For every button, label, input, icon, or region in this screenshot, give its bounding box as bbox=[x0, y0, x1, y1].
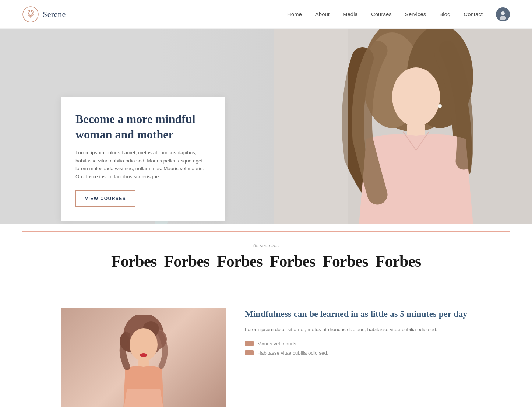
nav-link-contact[interactable]: Contact bbox=[464, 11, 483, 17]
nav-item-courses[interactable]: Courses bbox=[371, 11, 392, 18]
as-seen-section: As seen in... Forbes Forbes Forbes Forbe… bbox=[22, 231, 510, 278]
nav-right: Home About Media Courses Services Blog C… bbox=[287, 7, 510, 21]
as-seen-label: As seen in... bbox=[22, 243, 510, 248]
logo-icon bbox=[22, 6, 39, 23]
forbes-item-2: Forbes bbox=[164, 252, 209, 271]
avatar-icon bbox=[498, 9, 508, 20]
bullet-item-2: Habitasse vitae cubilia odio sed. bbox=[245, 350, 471, 356]
forbes-row: Forbes Forbes Forbes Forbes Forbes Forbe… bbox=[22, 252, 510, 271]
forbes-item-4: Forbes bbox=[270, 252, 316, 271]
svg-point-7 bbox=[500, 16, 506, 20]
nav-item-media[interactable]: Media bbox=[343, 11, 358, 18]
nav-link-about[interactable]: About bbox=[315, 11, 330, 17]
nav-item-blog[interactable]: Blog bbox=[439, 11, 450, 18]
hero-section: Become a more mindful woman and mother L… bbox=[0, 29, 532, 224]
nav-item-contact[interactable]: Contact bbox=[464, 11, 483, 18]
as-seen-wrapper: As seen in... Forbes Forbes Forbes Forbe… bbox=[0, 224, 532, 286]
mindfulness-text: Mindfulness can be learned in as little … bbox=[226, 308, 471, 359]
mindfulness-image bbox=[61, 308, 226, 407]
svg-point-0 bbox=[23, 7, 38, 22]
svg-point-6 bbox=[501, 11, 505, 15]
nav-item-home[interactable]: Home bbox=[287, 11, 302, 18]
forbes-item-3: Forbes bbox=[217, 252, 263, 271]
bullet-text-1: Mauris vel mauris. bbox=[257, 341, 298, 347]
nav-link-media[interactable]: Media bbox=[343, 11, 358, 17]
mindfulness-body: Lorem ipsum dolor sit amet, metus at rho… bbox=[245, 326, 471, 334]
svg-point-25 bbox=[140, 353, 147, 357]
mindfulness-heading: Mindfulness can be learned in as little … bbox=[245, 308, 471, 320]
navigation: Serene Home About Media Courses Services… bbox=[0, 0, 532, 29]
view-courses-button[interactable]: VIEW COURSES bbox=[75, 190, 135, 207]
nav-link-home[interactable]: Home bbox=[287, 11, 302, 17]
hero-body: Lorem ipsum dolor sit amet, metus at rho… bbox=[75, 149, 210, 180]
mindfulness-section: Mindfulness can be learned in as little … bbox=[0, 286, 532, 407]
nav-link-courses[interactable]: Courses bbox=[371, 11, 392, 17]
hero-woman-image bbox=[274, 29, 532, 224]
bullet-icon-2 bbox=[245, 350, 254, 355]
bullet-icon-1 bbox=[245, 341, 254, 346]
logo-area[interactable]: Serene bbox=[22, 6, 66, 23]
woman-bottom-icon bbox=[107, 315, 180, 407]
hero-card: Become a more mindful woman and mother L… bbox=[61, 97, 225, 221]
bullet-text-2: Habitasse vitae cubilia odio sed. bbox=[257, 350, 328, 356]
nav-item-services[interactable]: Services bbox=[405, 11, 426, 18]
nav-link-blog[interactable]: Blog bbox=[439, 11, 450, 17]
svg-point-3 bbox=[27, 10, 34, 17]
svg-point-14 bbox=[438, 104, 442, 108]
forbes-item-5: Forbes bbox=[323, 252, 368, 271]
svg-point-12 bbox=[392, 67, 440, 126]
forbes-item-6: Forbes bbox=[376, 252, 421, 271]
bullet-item-1: Mauris vel mauris. bbox=[245, 341, 471, 347]
forbes-item-1: Forbes bbox=[111, 252, 157, 271]
mindfulness-image-inner bbox=[61, 308, 226, 407]
nav-links: Home About Media Courses Services Blog C… bbox=[287, 11, 483, 18]
hero-title: Become a more mindful woman and mother bbox=[75, 112, 210, 142]
user-avatar[interactable] bbox=[496, 7, 510, 21]
svg-point-2 bbox=[27, 10, 34, 17]
svg-rect-15 bbox=[274, 29, 348, 224]
nav-item-about[interactable]: About bbox=[315, 11, 330, 18]
logo-text: Serene bbox=[43, 10, 66, 19]
nav-link-services[interactable]: Services bbox=[405, 11, 426, 17]
